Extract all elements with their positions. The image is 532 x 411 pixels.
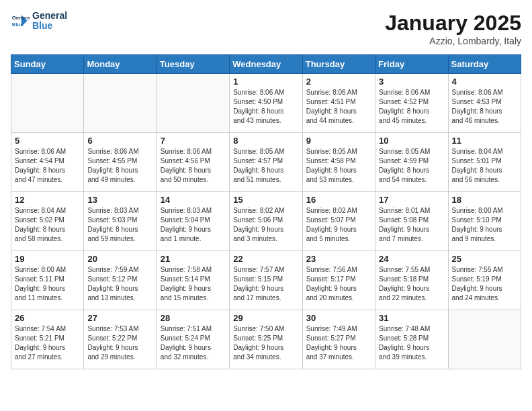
day-info: Sunrise: 8:06 AM Sunset: 4:53 PM Dayligh… bbox=[452, 88, 517, 126]
day-number: 9 bbox=[306, 136, 371, 146]
day-info: Sunrise: 8:05 AM Sunset: 4:57 PM Dayligh… bbox=[233, 147, 298, 185]
week-row-3: 12Sunrise: 8:04 AM Sunset: 5:02 PM Dayli… bbox=[11, 192, 521, 251]
day-number: 29 bbox=[233, 313, 298, 323]
day-info: Sunrise: 8:01 AM Sunset: 5:08 PM Dayligh… bbox=[379, 206, 444, 244]
day-info: Sunrise: 8:03 AM Sunset: 5:03 PM Dayligh… bbox=[87, 206, 152, 244]
week-row-4: 19Sunrise: 8:00 AM Sunset: 5:11 PM Dayli… bbox=[11, 251, 521, 310]
calendar-cell: 17Sunrise: 8:01 AM Sunset: 5:08 PM Dayli… bbox=[375, 192, 448, 251]
logo-icon: General Blue bbox=[11, 11, 30, 30]
logo-general: General bbox=[32, 11, 67, 21]
day-info: Sunrise: 7:58 AM Sunset: 5:14 PM Dayligh… bbox=[161, 265, 226, 303]
svg-text:Blue: Blue bbox=[12, 21, 24, 28]
day-number: 16 bbox=[306, 195, 371, 205]
day-info: Sunrise: 8:02 AM Sunset: 5:07 PM Dayligh… bbox=[306, 206, 371, 244]
logo-blue: Blue bbox=[32, 21, 67, 31]
day-number: 11 bbox=[452, 136, 517, 146]
day-number: 24 bbox=[379, 254, 444, 264]
day-number: 25 bbox=[452, 254, 517, 264]
title-block: January 2025 Azzio, Lombardy, Italy bbox=[385, 11, 521, 46]
day-number: 30 bbox=[306, 313, 371, 323]
weekday-header-wednesday: Wednesday bbox=[230, 55, 302, 74]
day-number: 19 bbox=[15, 254, 80, 264]
calendar-cell: 20Sunrise: 7:59 AM Sunset: 5:12 PM Dayli… bbox=[84, 251, 157, 310]
day-number: 10 bbox=[379, 136, 444, 146]
week-row-5: 26Sunrise: 7:54 AM Sunset: 5:21 PM Dayli… bbox=[11, 310, 521, 369]
month-title: January 2025 bbox=[385, 11, 521, 36]
day-number: 4 bbox=[452, 77, 517, 87]
day-number: 23 bbox=[306, 254, 371, 264]
calendar-cell: 24Sunrise: 7:55 AM Sunset: 5:18 PM Dayli… bbox=[375, 251, 448, 310]
day-number: 27 bbox=[87, 313, 152, 323]
day-info: Sunrise: 7:51 AM Sunset: 5:24 PM Dayligh… bbox=[161, 324, 226, 362]
day-info: Sunrise: 7:53 AM Sunset: 5:22 PM Dayligh… bbox=[87, 324, 152, 362]
weekday-header-friday: Friday bbox=[375, 55, 448, 74]
week-row-1: 1Sunrise: 8:06 AM Sunset: 4:50 PM Daylig… bbox=[11, 74, 521, 133]
day-info: Sunrise: 8:06 AM Sunset: 4:51 PM Dayligh… bbox=[306, 88, 371, 126]
calendar-cell: 19Sunrise: 8:00 AM Sunset: 5:11 PM Dayli… bbox=[11, 251, 84, 310]
logo: General Blue General Blue bbox=[11, 11, 67, 32]
day-info: Sunrise: 8:06 AM Sunset: 4:55 PM Dayligh… bbox=[87, 147, 152, 185]
calendar-cell: 23Sunrise: 7:56 AM Sunset: 5:17 PM Dayli… bbox=[302, 251, 375, 310]
day-info: Sunrise: 8:06 AM Sunset: 4:52 PM Dayligh… bbox=[379, 88, 444, 126]
day-info: Sunrise: 7:56 AM Sunset: 5:17 PM Dayligh… bbox=[306, 265, 371, 303]
day-number: 15 bbox=[233, 195, 298, 205]
day-number: 2 bbox=[306, 77, 371, 87]
calendar-cell: 12Sunrise: 8:04 AM Sunset: 5:02 PM Dayli… bbox=[11, 192, 84, 251]
day-number: 7 bbox=[161, 136, 226, 146]
page-header: General Blue General Blue January 2025 A… bbox=[11, 11, 521, 46]
day-number: 22 bbox=[233, 254, 298, 264]
calendar-cell: 18Sunrise: 8:00 AM Sunset: 5:10 PM Dayli… bbox=[448, 192, 521, 251]
calendar-cell: 15Sunrise: 8:02 AM Sunset: 5:06 PM Dayli… bbox=[230, 192, 302, 251]
day-number: 18 bbox=[452, 195, 517, 205]
calendar-cell: 4Sunrise: 8:06 AM Sunset: 4:53 PM Daylig… bbox=[448, 74, 521, 133]
weekday-header-monday: Monday bbox=[84, 55, 157, 74]
day-info: Sunrise: 7:55 AM Sunset: 5:19 PM Dayligh… bbox=[452, 265, 517, 303]
calendar-cell: 28Sunrise: 7:51 AM Sunset: 5:24 PM Dayli… bbox=[157, 310, 229, 369]
calendar-cell: 5Sunrise: 8:06 AM Sunset: 4:54 PM Daylig… bbox=[11, 133, 84, 192]
day-info: Sunrise: 7:59 AM Sunset: 5:12 PM Dayligh… bbox=[87, 265, 152, 303]
calendar-cell: 3Sunrise: 8:06 AM Sunset: 4:52 PM Daylig… bbox=[375, 74, 448, 133]
weekday-header-saturday: Saturday bbox=[448, 55, 521, 74]
day-number: 6 bbox=[87, 136, 152, 146]
day-number: 20 bbox=[87, 254, 152, 264]
calendar-cell: 31Sunrise: 7:48 AM Sunset: 5:28 PM Dayli… bbox=[375, 310, 448, 369]
day-info: Sunrise: 8:03 AM Sunset: 5:04 PM Dayligh… bbox=[161, 206, 226, 244]
day-info: Sunrise: 8:02 AM Sunset: 5:06 PM Dayligh… bbox=[233, 206, 298, 244]
day-info: Sunrise: 8:06 AM Sunset: 4:54 PM Dayligh… bbox=[15, 147, 80, 185]
day-number: 17 bbox=[379, 195, 444, 205]
calendar-cell: 10Sunrise: 8:05 AM Sunset: 4:59 PM Dayli… bbox=[375, 133, 448, 192]
calendar-cell: 16Sunrise: 8:02 AM Sunset: 5:07 PM Dayli… bbox=[302, 192, 375, 251]
calendar-cell: 14Sunrise: 8:03 AM Sunset: 5:04 PM Dayli… bbox=[157, 192, 229, 251]
calendar-cell: 8Sunrise: 8:05 AM Sunset: 4:57 PM Daylig… bbox=[230, 133, 302, 192]
day-info: Sunrise: 8:05 AM Sunset: 4:58 PM Dayligh… bbox=[306, 147, 371, 185]
calendar-cell: 2Sunrise: 8:06 AM Sunset: 4:51 PM Daylig… bbox=[302, 74, 375, 133]
calendar-cell bbox=[11, 74, 84, 133]
day-number: 5 bbox=[15, 136, 80, 146]
day-number: 14 bbox=[161, 195, 226, 205]
calendar-table: SundayMondayTuesdayWednesdayThursdayFrid… bbox=[11, 54, 521, 369]
day-number: 8 bbox=[233, 136, 298, 146]
day-info: Sunrise: 8:06 AM Sunset: 4:56 PM Dayligh… bbox=[161, 147, 226, 185]
calendar-cell bbox=[84, 74, 157, 133]
calendar-cell: 30Sunrise: 7:49 AM Sunset: 5:27 PM Dayli… bbox=[302, 310, 375, 369]
calendar-cell: 22Sunrise: 7:57 AM Sunset: 5:15 PM Dayli… bbox=[230, 251, 302, 310]
calendar-cell: 6Sunrise: 8:06 AM Sunset: 4:55 PM Daylig… bbox=[84, 133, 157, 192]
weekday-header-thursday: Thursday bbox=[302, 55, 375, 74]
day-number: 13 bbox=[87, 195, 152, 205]
day-number: 3 bbox=[379, 77, 444, 87]
day-number: 28 bbox=[161, 313, 226, 323]
weekday-header-row: SundayMondayTuesdayWednesdayThursdayFrid… bbox=[11, 55, 521, 74]
day-number: 26 bbox=[15, 313, 80, 323]
day-info: Sunrise: 8:00 AM Sunset: 5:10 PM Dayligh… bbox=[452, 206, 517, 244]
day-number: 21 bbox=[161, 254, 226, 264]
weekday-header-tuesday: Tuesday bbox=[157, 55, 229, 74]
day-info: Sunrise: 8:00 AM Sunset: 5:11 PM Dayligh… bbox=[15, 265, 80, 303]
day-number: 12 bbox=[15, 195, 80, 205]
calendar-cell: 11Sunrise: 8:04 AM Sunset: 5:01 PM Dayli… bbox=[448, 133, 521, 192]
svg-text:General: General bbox=[12, 15, 30, 21]
calendar-cell bbox=[157, 74, 229, 133]
calendar-cell: 9Sunrise: 8:05 AM Sunset: 4:58 PM Daylig… bbox=[302, 133, 375, 192]
location-subtitle: Azzio, Lombardy, Italy bbox=[385, 36, 521, 46]
week-row-2: 5Sunrise: 8:06 AM Sunset: 4:54 PM Daylig… bbox=[11, 133, 521, 192]
calendar-cell: 26Sunrise: 7:54 AM Sunset: 5:21 PM Dayli… bbox=[11, 310, 84, 369]
